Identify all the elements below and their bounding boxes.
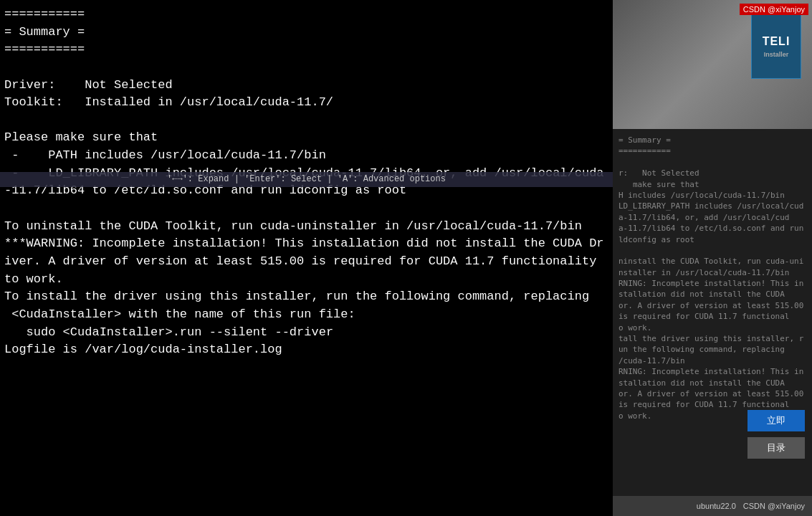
teli-logo-text: TELI	[763, 35, 790, 48]
status-csdn: CSDN @xiYanjoy	[743, 502, 805, 510]
sidebar-top-image: TELI Installer CSDN @xiYanjoy	[613, 0, 812, 129]
teli-logo: TELI Installer	[751, 14, 801, 79]
sidebar-terminal-text: = Summary = =========== r: Not Selected …	[618, 135, 806, 421]
catalog-button[interactable]: 目录	[747, 437, 805, 459]
image-placeholder: TELI Installer	[613, 0, 812, 129]
hint-text: '←→': Expand | 'Enter': Select | 'A': Ad…	[167, 174, 446, 184]
status-bar: ubuntu22.0 CSDN @xiYanjoy	[613, 496, 812, 516]
main-terminal: =========== = Summary = =========== Driv…	[0, 0, 613, 516]
status-ubuntu: ubuntu22.0	[697, 502, 736, 510]
sidebar: TELI Installer CSDN @xiYanjoy = Summary …	[613, 0, 812, 516]
install-button[interactable]: 立即	[747, 410, 805, 431]
sidebar-buttons: 立即 目录	[747, 410, 805, 459]
teli-logo-sub: Installer	[764, 51, 789, 58]
keyboard-hint: '←→': Expand | 'Enter': Select | 'A': Ad…	[0, 172, 613, 187]
sidebar-terminal: = Summary = =========== r: Not Selected …	[613, 129, 812, 427]
sidebar-middle: = Summary = =========== r: Not Selected …	[613, 129, 812, 516]
csdn-badge: CSDN @xiYanjoy	[740, 4, 808, 15]
